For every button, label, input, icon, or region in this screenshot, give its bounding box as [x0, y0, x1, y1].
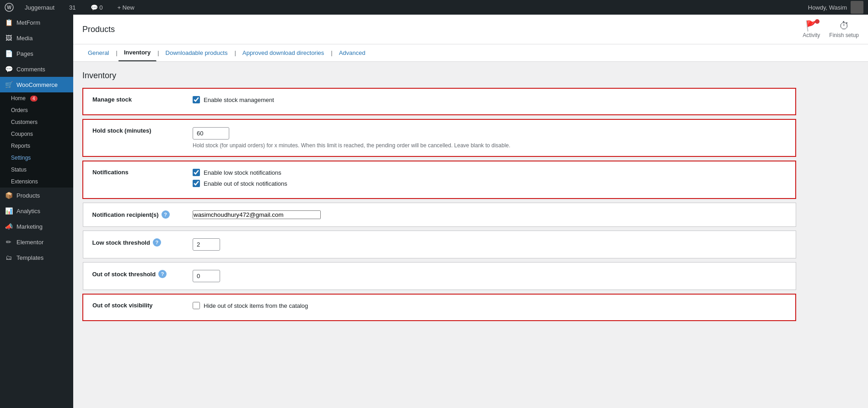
- sidebar-label-metform: MetForm: [16, 19, 40, 26]
- updates-item[interactable]: 31: [65, 2, 79, 13]
- tab-separator-1: |: [115, 49, 118, 56]
- manage-stock-checkbox-row: Enable stock management: [193, 96, 786, 103]
- finish-setup-icon: ⏱: [839, 20, 849, 32]
- activity-button[interactable]: 🚩 Activity: [803, 20, 820, 38]
- header-actions: 🚩 Activity ⏱ Finish setup: [803, 20, 859, 38]
- low-threshold-help-icon[interactable]: ?: [153, 238, 161, 247]
- submenu-item-status[interactable]: Status: [0, 164, 73, 176]
- tab-separator-4: |: [330, 49, 333, 56]
- templates-icon: 🗂: [5, 253, 13, 262]
- tab-separator-2: |: [156, 49, 160, 56]
- manage-stock-row: Manage stock Enable stock management: [83, 88, 796, 115]
- tab-advanced[interactable]: Advanced: [334, 45, 372, 61]
- home-badge: 4: [30, 96, 38, 102]
- tab-downloadable[interactable]: Downloadable products: [160, 45, 234, 61]
- out-threshold-help-icon[interactable]: ?: [158, 270, 167, 278]
- sidebar-item-woocommerce[interactable]: 🛒 WooCommerce: [0, 77, 73, 92]
- enable-stock-management-checkbox[interactable]: [193, 96, 200, 103]
- sidebar-label-media: Media: [16, 35, 32, 42]
- howdy-text: Howdy, Wasim: [808, 4, 847, 11]
- submenu-item-customers[interactable]: Customers: [0, 116, 73, 128]
- elementor-icon: ✏: [5, 238, 13, 246]
- sidebar-label-analytics: Analytics: [16, 208, 40, 215]
- notification-recipient-input[interactable]: [193, 210, 321, 219]
- low-stock-notification-checkbox[interactable]: [193, 169, 200, 176]
- finish-setup-label: Finish setup: [829, 32, 859, 38]
- activity-icon: 🚩: [805, 20, 818, 32]
- sidebar-label-templates: Templates: [16, 254, 43, 261]
- site-name[interactable]: Juggernaut: [21, 2, 58, 13]
- out-threshold-label-container: Out of stock threshold ?: [92, 270, 175, 278]
- tab-separator-3: |: [233, 49, 237, 56]
- new-item[interactable]: + New: [113, 2, 138, 13]
- settings-table: Manage stock Enable stock management Hol…: [82, 88, 796, 321]
- main-content: Products 🚩 Activity ⏱ Finish setup Gener…: [73, 15, 868, 408]
- hide-out-of-stock-checkbox[interactable]: [193, 302, 200, 309]
- out-of-stock-threshold-row: Out of stock threshold ?: [83, 263, 796, 290]
- notification-recipient-row: Notification recipient(s) ?: [83, 203, 796, 227]
- submenu-item-settings[interactable]: Settings: [0, 152, 73, 164]
- submenu-item-coupons[interactable]: Coupons: [0, 128, 73, 140]
- woo-submenu: Home 4 Orders Customers Coupons Reports …: [0, 92, 73, 188]
- submenu-label-customers: Customers: [11, 119, 38, 125]
- sidebar: 📋 MetForm 🖼 Media 📄 Pages 💬 Comments 🛒 W…: [0, 15, 73, 408]
- hold-stock-label: Hold stock (minutes): [92, 127, 151, 134]
- sidebar-item-elementor[interactable]: ✏ Elementor: [0, 234, 73, 250]
- activity-label: Activity: [803, 32, 820, 38]
- notifications-row: Notifications Enable low stock notificat…: [83, 161, 796, 199]
- notifications-label: Notifications: [92, 169, 129, 176]
- manage-stock-label: Manage stock: [92, 96, 132, 103]
- low-stock-notif-row: Enable low stock notifications: [193, 169, 786, 176]
- avatar: [851, 1, 863, 14]
- sidebar-label-woocommerce: WooCommerce: [16, 81, 58, 88]
- low-threshold-label-container: Low stock threshold ?: [92, 238, 175, 247]
- out-of-stock-notification-checkbox[interactable]: [193, 180, 200, 187]
- recipient-label-container: Notification recipient(s) ?: [92, 210, 175, 219]
- hide-out-of-stock-row: Hide out of stock items from the catalog: [193, 302, 786, 309]
- metform-icon: 📋: [5, 18, 13, 27]
- submenu-item-home[interactable]: Home 4: [0, 92, 73, 104]
- page-title: Products: [82, 25, 115, 34]
- submenu-item-reports[interactable]: Reports: [0, 140, 73, 152]
- sidebar-label-pages: Pages: [16, 50, 33, 57]
- out-of-stock-notification-label: Enable out of stock notifications: [204, 180, 287, 187]
- out-of-stock-threshold-input[interactable]: [193, 270, 220, 282]
- low-stock-threshold-row: Low stock threshold ?: [83, 231, 796, 258]
- hold-stock-row: Hold stock (minutes) Hold stock (for unp…: [83, 119, 796, 156]
- sidebar-item-marketing[interactable]: 📣 Marketing: [0, 219, 73, 234]
- finish-setup-button[interactable]: ⏱ Finish setup: [829, 20, 859, 38]
- out-of-stock-visibility-row: Out of stock visibility Hide out of stoc…: [83, 294, 796, 321]
- sidebar-item-templates[interactable]: 🗂 Templates: [0, 250, 73, 265]
- content-area: Inventory Manage stock Enable stock mana…: [73, 62, 805, 330]
- sidebar-item-metform[interactable]: 📋 MetForm: [0, 15, 73, 30]
- pages-icon: 📄: [5, 49, 13, 58]
- sidebar-label-elementor: Elementor: [16, 239, 43, 246]
- enable-stock-management-label: Enable stock management: [204, 97, 274, 103]
- sidebar-label-marketing: Marketing: [16, 223, 43, 230]
- submenu-item-orders[interactable]: Orders: [0, 104, 73, 116]
- wp-logo-icon[interactable]: W: [5, 3, 14, 12]
- marketing-icon: 📣: [5, 222, 13, 231]
- tab-inventory[interactable]: Inventory: [119, 44, 157, 61]
- analytics-icon: 📊: [5, 207, 13, 215]
- out-of-stock-notif-row: Enable out of stock notifications: [193, 180, 786, 187]
- out-of-stock-visibility-label: Out of stock visibility: [92, 302, 152, 309]
- hold-stock-input[interactable]: [193, 127, 229, 140]
- notification-recipient-label: Notification recipient(s): [92, 211, 159, 218]
- sidebar-item-media[interactable]: 🖼 Media: [0, 30, 73, 46]
- submenu-label-settings: Settings: [11, 155, 31, 161]
- submenu-item-extensions[interactable]: Extensions: [0, 176, 73, 188]
- submenu-label-orders: Orders: [11, 107, 28, 113]
- tab-approved[interactable]: Approved download directories: [237, 45, 330, 61]
- sidebar-label-products: Products: [16, 192, 40, 199]
- low-stock-notification-label: Enable low stock notifications: [204, 169, 281, 176]
- hide-out-of-stock-label: Hide out of stock items from the catalog: [204, 302, 308, 309]
- comments-item[interactable]: 💬 0: [87, 2, 107, 13]
- tab-general[interactable]: General: [82, 45, 115, 61]
- sidebar-item-products[interactable]: 📦 Products: [0, 188, 73, 203]
- sidebar-item-analytics[interactable]: 📊 Analytics: [0, 203, 73, 219]
- recipient-help-icon[interactable]: ?: [162, 210, 170, 219]
- low-stock-threshold-input[interactable]: [193, 238, 220, 251]
- sidebar-item-pages[interactable]: 📄 Pages: [0, 46, 73, 61]
- sidebar-item-comments[interactable]: 💬 Comments: [0, 61, 73, 77]
